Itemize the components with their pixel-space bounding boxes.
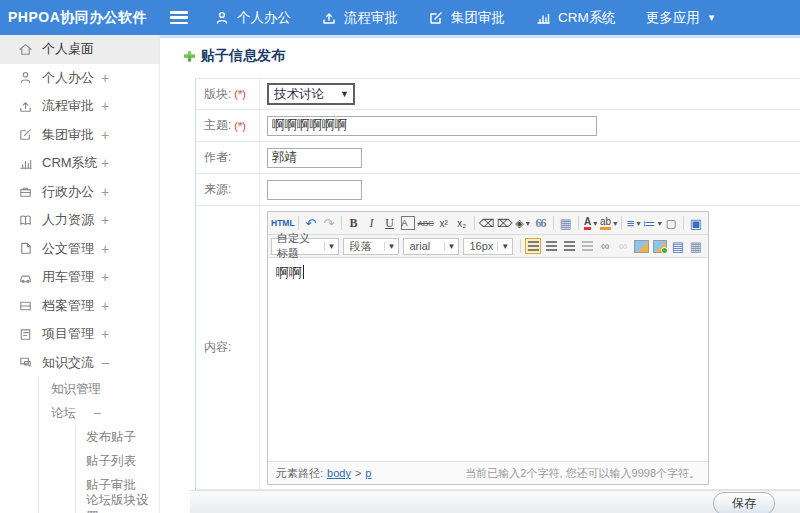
- superscript-button[interactable]: x²: [435, 214, 453, 232]
- form-row-subject: 主题:(*): [196, 110, 800, 142]
- unordered-list-button[interactable]: ≔▾: [643, 214, 662, 232]
- align-left-button[interactable]: [525, 238, 541, 254]
- sidebar-item-knowledge[interactable]: 知识交流 −: [0, 349, 159, 378]
- main-content: 贴子信息发布 版块:(*) 技术讨论 ▼ 主题:(*) 作者: 来源:: [160, 35, 800, 513]
- expand-plus-icon[interactable]: +: [101, 70, 109, 86]
- briefcase-icon: [18, 184, 33, 199]
- board-select[interactable]: 技术讨论 ▼: [267, 83, 355, 105]
- top-nav: 个人办公 流程审批 集团审批 CRM系统 更多应用 ▾: [214, 9, 744, 27]
- save-button[interactable]: 保存: [713, 492, 775, 513]
- custom-title-select[interactable]: 自定义标题▼: [271, 238, 339, 255]
- format-clear-icon[interactable]: ⌦: [496, 214, 514, 232]
- sidebar-item-forum-board-settings[interactable]: 论坛版块设置: [76, 497, 159, 513]
- menu-toggle-icon[interactable]: [170, 11, 188, 24]
- paragraph-select[interactable]: 段落▼: [343, 238, 399, 255]
- sidebar-item-documents[interactable]: 公文管理 +: [0, 235, 159, 264]
- align-right-button[interactable]: [561, 238, 577, 254]
- app-logo: PHPOA协同办公软件: [0, 9, 160, 27]
- highlight-color-button[interactable]: ab▾: [600, 214, 618, 232]
- nav-label: 更多应用: [646, 9, 700, 27]
- strikethrough-button[interactable]: ABC: [417, 214, 435, 232]
- sidebar-item-archives[interactable]: 档案管理 +: [0, 292, 159, 321]
- expand-plus-icon[interactable]: +: [101, 269, 109, 285]
- expand-plus-icon[interactable]: +: [101, 326, 109, 342]
- path-body-link[interactable]: body: [327, 467, 351, 479]
- expand-plus-icon[interactable]: +: [101, 184, 109, 200]
- sidebar-item-vehicles[interactable]: 用车管理 +: [0, 263, 159, 292]
- expand-plus-icon[interactable]: +: [101, 241, 109, 257]
- upload-image-icon[interactable]: [653, 240, 667, 253]
- html-source-button[interactable]: HTML: [271, 214, 295, 232]
- sidebar-item-personal-office[interactable]: 个人办公 +: [0, 64, 159, 93]
- blockquote-icon[interactable]: 66: [532, 214, 550, 232]
- sidebar: 个人桌面 个人办公 + 流程审批 + 集团审批 + CRM系统 + 行政办公 +…: [0, 35, 160, 513]
- insert-image-icon[interactable]: [634, 240, 648, 253]
- nav-more-apps[interactable]: 更多应用 ▾: [646, 9, 715, 27]
- nav-personal-office[interactable]: 个人办公: [214, 9, 291, 27]
- expand-plus-icon[interactable]: +: [101, 298, 109, 314]
- sidebar-item-projects[interactable]: 项目管理 +: [0, 320, 159, 349]
- element-path-label: 元素路径:: [276, 466, 323, 481]
- underline-button[interactable]: U: [381, 214, 399, 232]
- font-family-select[interactable]: arial▼: [403, 238, 459, 255]
- insert-media-icon[interactable]: ▤: [669, 237, 687, 255]
- nav-crm[interactable]: CRM系统: [535, 9, 616, 27]
- ordered-list-button[interactable]: ≡▾: [625, 214, 643, 232]
- editor-content[interactable]: 啊啊: [268, 258, 708, 461]
- redo-icon[interactable]: ↷: [320, 214, 338, 232]
- sidebar-item-forum[interactable]: 论坛 −: [39, 401, 159, 425]
- field-label: 作者:: [204, 149, 231, 166]
- sidebar-knowledge-submenu: 知识管理 论坛 − 发布贴子 贴子列表 贴子审批 论坛版块设置: [38, 377, 159, 513]
- expand-plus-icon[interactable]: +: [101, 127, 109, 143]
- char-border-button[interactable]: A: [401, 216, 415, 230]
- link-icon[interactable]: ∞: [596, 237, 614, 255]
- chevron-down-icon: ▼: [384, 242, 396, 251]
- eraser-icon[interactable]: ⌫: [478, 214, 496, 232]
- new-page-icon[interactable]: ▢: [662, 214, 680, 232]
- expand-plus-icon[interactable]: +: [101, 212, 109, 228]
- nav-group-approval[interactable]: 集团审批: [428, 9, 505, 27]
- insert-date-icon[interactable]: ▦: [557, 214, 575, 232]
- nav-process-approval[interactable]: 流程审批: [321, 9, 398, 27]
- nav-label: 集团审批: [451, 9, 505, 27]
- insert-table-icon[interactable]: ▦: [687, 237, 705, 255]
- chevron-down-icon: ▼: [340, 89, 349, 99]
- path-p-link[interactable]: p: [365, 467, 371, 479]
- page-title: 贴子信息发布: [184, 47, 285, 65]
- unlink-icon[interactable]: ∞: [614, 237, 632, 255]
- bold-button[interactable]: B: [345, 214, 363, 232]
- subscript-button[interactable]: x₂: [453, 214, 471, 232]
- fullscreen-icon[interactable]: ▣: [687, 214, 705, 232]
- text-cursor: [303, 265, 304, 279]
- undo-icon[interactable]: ↶: [302, 214, 320, 232]
- sidebar-item-crm[interactable]: CRM系统 +: [0, 149, 159, 178]
- form-footer: 保存: [190, 490, 800, 513]
- font-color-button[interactable]: A▾: [582, 214, 600, 232]
- sidebar-item-group-approval[interactable]: 集团审批 +: [0, 121, 159, 150]
- upload-tray-icon: [18, 99, 33, 114]
- sidebar-item-knowledge-mgmt[interactable]: 知识管理: [39, 377, 159, 401]
- source-input[interactable]: [267, 180, 362, 200]
- italic-button[interactable]: I: [363, 214, 381, 232]
- expand-plus-icon[interactable]: +: [101, 155, 109, 171]
- font-size-select[interactable]: 16px▼: [463, 238, 513, 255]
- person-icon: [214, 10, 230, 26]
- sidebar-item-post-list[interactable]: 贴子列表: [76, 449, 159, 473]
- archive-icon: [18, 298, 33, 313]
- author-input[interactable]: [267, 148, 362, 168]
- align-justify-button[interactable]: [579, 238, 595, 254]
- chevron-down-icon: ▼: [497, 242, 509, 251]
- align-center-button[interactable]: [543, 238, 559, 254]
- bar-chart-icon: [535, 10, 551, 26]
- format-painter-icon[interactable]: ◈▾: [514, 214, 532, 232]
- sidebar-item-post-publish[interactable]: 发布贴子: [76, 425, 159, 449]
- subject-input[interactable]: [267, 116, 597, 136]
- editor-toolbar-row1: HTML ↶ ↷ B I U A ABC x² x₂ ⌫: [268, 212, 708, 235]
- sidebar-item-admin-office[interactable]: 行政办公 +: [0, 178, 159, 207]
- collapse-minus-icon[interactable]: −: [101, 355, 109, 371]
- collapse-minus-icon[interactable]: −: [93, 405, 101, 421]
- sidebar-item-process-approval[interactable]: 流程审批 +: [0, 92, 159, 121]
- sidebar-item-desktop[interactable]: 个人桌面: [0, 35, 159, 64]
- expand-plus-icon[interactable]: +: [101, 98, 109, 114]
- sidebar-item-hr[interactable]: 人力资源 +: [0, 206, 159, 235]
